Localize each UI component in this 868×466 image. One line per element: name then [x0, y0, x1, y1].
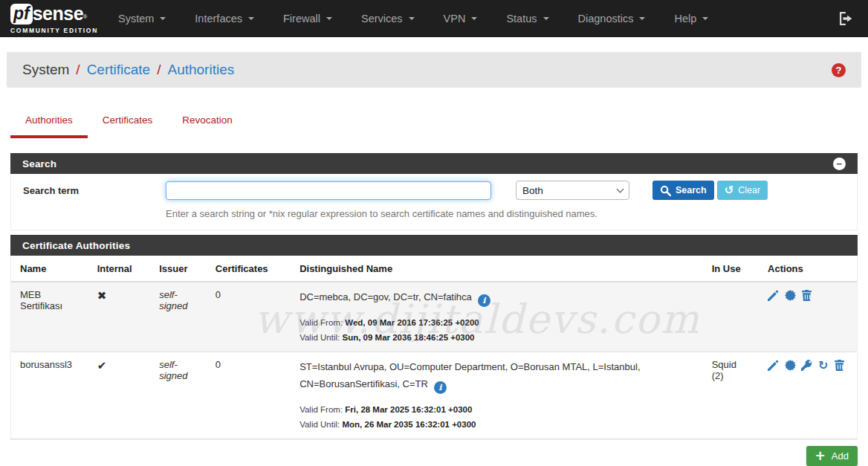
breadcrumb-section: System	[22, 62, 69, 78]
caret-down-icon	[160, 17, 166, 20]
col-distinguished-name: Distinguished Name	[291, 256, 703, 282]
menu-help[interactable]: Help	[664, 0, 718, 37]
search-button[interactable]: Search	[652, 181, 714, 200]
valid-from-label: Valid From:	[299, 405, 343, 414]
valid-from-date: Wed, 09 Mar 2016 17:36:25 +0200	[345, 318, 479, 327]
clear-button[interactable]: ↺ Clear	[717, 181, 768, 200]
collapse-panel-icon[interactable]: −	[833, 158, 846, 170]
menu-diagnostics[interactable]: Diagnostics	[569, 0, 655, 37]
col-actions: Actions	[759, 256, 857, 282]
search-panel: Search − Search term Both Search ↺ Clear…	[10, 153, 858, 230]
ca-table-header-row: Name Internal Issuer Certificates Distin…	[11, 256, 857, 282]
caret-down-icon	[471, 17, 477, 20]
main-menu: System Interfaces Firewall Services VPN …	[108, 0, 840, 37]
ca-panel-body: Name Internal Issuer Certificates Distin…	[10, 256, 858, 440]
tab-authorities[interactable]: Authorities	[10, 109, 88, 138]
info-icon[interactable]: i	[478, 294, 490, 307]
ca-distinguished-name: ST=Istanbul Avrupa, OU=Computer Departme…	[299, 361, 640, 389]
col-internal: Internal	[88, 256, 151, 282]
ca-validity: Valid From: Wed, 09 Mar 2016 17:36:25 +0…	[299, 316, 694, 345]
col-in-use: In Use	[703, 256, 759, 282]
add-row: + Add	[10, 446, 858, 466]
export-ca-icon[interactable]	[785, 290, 796, 301]
valid-from-label: Valid From:	[299, 318, 343, 327]
ca-panel-title: Certificate Authorities	[22, 240, 130, 251]
col-issuer: Issuer	[150, 256, 207, 282]
search-scope-select[interactable]: Both	[516, 181, 629, 200]
pfsense-logo-sense: sense	[33, 4, 83, 24]
breadcrumb-separator: /	[157, 62, 161, 78]
tab-revocation[interactable]: Revocation	[167, 109, 247, 138]
search-panel-header: Search −	[10, 153, 858, 174]
renew-icon[interactable]: ↻	[818, 360, 828, 372]
valid-until-label: Valid Until:	[299, 420, 340, 429]
valid-until-label: Valid Until:	[299, 333, 340, 342]
col-certificates: Certificates	[207, 256, 291, 282]
pfsense-logo[interactable]: pfsense® COMMUNITY EDITION	[10, 4, 98, 34]
ca-issuer: self-signed	[150, 352, 207, 439]
ca-issuer: self-signed	[150, 282, 207, 352]
breadcrumb-link-certificate[interactable]: Certificate	[87, 62, 151, 78]
breadcrumb: System / Certificate / Authorities ?	[7, 52, 861, 88]
info-icon[interactable]: i	[434, 381, 447, 394]
search-term-label: Search term	[23, 185, 166, 196]
ca-table-row: borusanssl3 ✔ self-signed 0 ST=Istanbul …	[11, 352, 857, 439]
menu-system[interactable]: System	[108, 0, 175, 37]
check-mark-icon: ✔	[97, 359, 107, 372]
add-button[interactable]: + Add	[806, 446, 858, 466]
ca-in-use	[703, 282, 759, 352]
certificate-authorities-panel: Certificate Authorities Name Internal Is…	[10, 235, 858, 440]
search-scope-select-wrap: Both	[516, 181, 629, 200]
valid-until-date: Mon, 26 Mar 2035 16:32:01 +0300	[342, 420, 476, 429]
help-icon[interactable]: ?	[832, 63, 846, 77]
menu-status[interactable]: Status	[496, 0, 558, 37]
search-hint-text: Enter a search string or *nix regular ex…	[166, 200, 845, 228]
caret-down-icon	[702, 17, 708, 20]
valid-until-date: Sun, 09 Mar 2036 18:46:25 +0300	[342, 333, 474, 342]
ca-cert-count: 0	[207, 282, 291, 352]
search-input[interactable]	[166, 181, 491, 200]
caret-down-icon	[248, 17, 254, 20]
sign-out-icon[interactable]	[840, 12, 853, 25]
menu-firewall[interactable]: Firewall	[273, 0, 342, 37]
caret-down-icon	[639, 17, 645, 20]
community-edition-label: COMMUNITY EDITION	[10, 27, 98, 34]
ca-in-use: Squid (2)	[703, 352, 759, 439]
ca-cert-count: 0	[207, 352, 291, 439]
caret-down-icon	[326, 17, 332, 20]
page-tabs: Authorities Certificates Revocation	[10, 109, 858, 138]
edit-icon[interactable]	[768, 290, 779, 301]
plus-icon: +	[815, 450, 826, 462]
delete-icon[interactable]	[834, 360, 845, 371]
pfsense-logo-pf: pf	[10, 4, 33, 25]
menu-interfaces[interactable]: Interfaces	[185, 0, 264, 37]
x-mark-icon: ✖	[97, 289, 107, 302]
ca-name: borusanssl3	[11, 352, 88, 439]
pfsense-logo-wordmark: pfsense®	[10, 4, 98, 25]
top-navbar: pfsense® COMMUNITY EDITION System Interf…	[0, 0, 868, 37]
breadcrumb-separator: /	[76, 62, 80, 78]
caret-down-icon	[543, 17, 549, 20]
search-panel-title: Search	[22, 158, 56, 169]
menu-services[interactable]: Services	[352, 0, 424, 37]
menu-vpn[interactable]: VPN	[434, 0, 488, 37]
tab-certificates[interactable]: Certificates	[88, 109, 168, 138]
search-icon	[660, 185, 671, 196]
ca-distinguished-name: DC=mebca, DC=gov, DC=tr, CN=fatihca	[299, 291, 472, 302]
edit-icon[interactable]	[768, 360, 779, 371]
ca-table-row: MEB Sertifikası ✖ self-signed 0 DC=mebca…	[11, 282, 857, 352]
ca-table: Name Internal Issuer Certificates Distin…	[11, 256, 857, 439]
ca-panel-header: Certificate Authorities	[10, 235, 858, 256]
ca-validity: Valid From: Fri, 28 Mar 2025 16:32:01 +0…	[299, 403, 694, 432]
undo-icon: ↺	[725, 185, 734, 196]
export-ca-icon[interactable]	[785, 360, 796, 371]
registered-mark: ®	[83, 14, 87, 19]
search-panel-body: Search term Both Search ↺ Clear Enter a …	[10, 174, 858, 230]
delete-icon[interactable]	[801, 290, 812, 301]
valid-from-date: Fri, 28 Mar 2025 16:32:01 +0300	[345, 405, 472, 414]
breadcrumb-link-authorities[interactable]: Authorities	[167, 62, 234, 78]
col-name: Name	[11, 256, 88, 282]
caret-down-icon	[409, 17, 415, 20]
ca-name: MEB Sertifikası	[11, 282, 88, 352]
export-key-icon[interactable]	[801, 360, 812, 371]
